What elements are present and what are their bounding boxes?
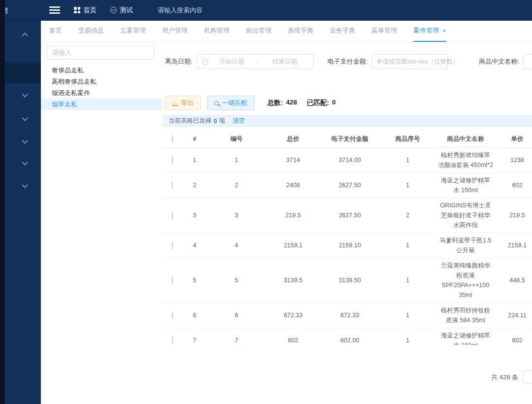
- row-checkbox[interactable]: [172, 181, 173, 189]
- cell-total: 2408: [266, 172, 320, 198]
- select-all-checkbox[interactable]: [172, 135, 173, 143]
- tree-item[interactable]: 奢侈品走私: [41, 65, 163, 76]
- column-header: 总价: [266, 131, 320, 147]
- matched-label: 已匹配:: [307, 99, 329, 107]
- row-checkbox-cell: [163, 198, 182, 233]
- cell-code: 1: [207, 147, 266, 172]
- tab-label: 岗位管理: [246, 26, 271, 35]
- tab-label: 立案管理: [120, 26, 146, 35]
- tab-label: 菜单管理: [371, 26, 397, 35]
- nav-item-test[interactable]: 测试: [110, 6, 133, 15]
- row-checkbox[interactable]: [172, 241, 173, 249]
- tab-交易信息[interactable]: 交易信息: [78, 20, 104, 42]
- cell-payment: 602.00: [320, 328, 379, 345]
- left-edge-strip: [0, 0, 5, 404]
- cell-unit-price: 2159.1: [495, 233, 532, 258]
- match-label: 一键匹配: [222, 99, 247, 107]
- row-checkbox[interactable]: [172, 337, 173, 344]
- nav-item-home[interactable]: 首页: [74, 6, 97, 15]
- tab-菜单管理[interactable]: 菜单管理: [371, 20, 397, 42]
- row-index: 1: [182, 147, 207, 172]
- tab-label: 案件管理: [413, 26, 439, 35]
- pagination-footer: 共 428 条: [163, 370, 532, 385]
- tree-item[interactable]: 高档奢侈品走私: [41, 76, 163, 87]
- table-row: 77602602.001海蓝之谜修护精萃水 150ml602: [163, 328, 532, 345]
- row-checkbox-cell: [163, 147, 182, 172]
- cell-unit-price: 448.5: [495, 258, 532, 303]
- one-click-match-button[interactable]: 一键匹配: [207, 96, 255, 110]
- tab-label: 交易信息: [78, 26, 104, 35]
- selection-bar: 当前表格已选择 0 项 清空: [163, 115, 532, 127]
- tabbar: 首页交易信息立案管理用户管理机构管理岗位管理系统字典业务字典菜单管理案件管理×: [41, 20, 532, 42]
- tab-岗位管理[interactable]: 岗位管理: [246, 20, 271, 42]
- cell-payment: 672.33: [320, 303, 379, 328]
- tree-item[interactable]: 烟草走私: [41, 99, 163, 110]
- row-checkbox[interactable]: [172, 211, 173, 219]
- column-header: 商品序号: [379, 131, 436, 147]
- cell-unit-price: 602: [495, 328, 532, 345]
- row-checkbox[interactable]: [172, 156, 173, 164]
- row-checkbox-cell: [163, 233, 182, 258]
- cell-total: 2159.1: [266, 233, 320, 258]
- chevron-down-icon[interactable]: [22, 137, 28, 144]
- tab-系统字典[interactable]: 系统字典: [288, 20, 313, 42]
- tree-search-input[interactable]: 请输入: [47, 46, 154, 60]
- tree-item[interactable]: 烟酒走私案件: [41, 87, 163, 99]
- row-checkbox[interactable]: [172, 276, 173, 284]
- clock-icon: [202, 59, 208, 65]
- content: 请输入 奢侈品走私高档奢侈品走私烟酒走私案件烟草走私 离岛日期: 开始日期 - …: [41, 42, 532, 404]
- date-filter-label: 离岛日期:: [165, 57, 193, 66]
- cell-code: 6: [207, 303, 266, 328]
- cell-seq: 1: [379, 233, 436, 258]
- tab-机构管理[interactable]: 机构管理: [204, 20, 230, 42]
- selection-prefix: 当前表格已选择: [168, 117, 212, 125]
- tab-用户管理[interactable]: 用户管理: [162, 20, 188, 42]
- tab-立案管理[interactable]: 立案管理: [120, 20, 146, 42]
- case-detail-panel: 离岛日期: 开始日期 - 结束日期 电子支付金额: 单值或范围xxx-xxx（仅…: [163, 42, 532, 404]
- tab-案件管理[interactable]: 案件管理×: [413, 20, 446, 42]
- tab-业务字典[interactable]: 业务字典: [330, 20, 355, 42]
- chevron-down-icon[interactable]: [22, 159, 28, 166]
- row-checkbox[interactable]: [172, 311, 173, 319]
- cell-product-name: 海蓝之谜修护精萃水 150ml: [436, 328, 495, 345]
- nav-home-label: 首页: [83, 6, 97, 15]
- chevron-down-icon[interactable]: [22, 182, 28, 188]
- date-separator: -: [255, 58, 261, 65]
- tab-label: 业务字典: [330, 26, 355, 35]
- global-search-input[interactable]: 请输入搜索内容: [158, 6, 202, 15]
- column-header: 商品中文名称: [436, 131, 495, 147]
- nav-test-label: 测试: [120, 6, 133, 15]
- match-stats: 总数: 428 已匹配: 0: [267, 99, 336, 107]
- date-end-input[interactable]: 结束日期: [261, 58, 308, 66]
- clear-selection-link[interactable]: 清空: [233, 117, 245, 125]
- column-header: 电子支付金额: [320, 131, 379, 147]
- column-header: #: [182, 131, 207, 147]
- row-index: 5: [182, 258, 207, 303]
- chevron-up-icon[interactable]: [22, 33, 28, 39]
- cell-payment: 2627.50: [320, 198, 379, 233]
- chevron-down-icon[interactable]: [22, 115, 28, 121]
- hamburger-menu-icon[interactable]: [49, 5, 60, 16]
- cell-product-name: ORIGINS韦博士灵芝焕能好度子精华水两件组: [436, 198, 495, 233]
- matched-value: 0: [332, 99, 336, 107]
- cell-seq: 1: [379, 328, 436, 345]
- cell-payment: 3714.00: [320, 147, 379, 172]
- product-name-input[interactable]: [523, 54, 532, 69]
- case-type-panel: 请输入 奢侈品走私高档奢侈品走私烟酒走私案件烟草走私: [41, 42, 163, 404]
- product-name-filter-label: 商品中文名称:: [479, 57, 519, 66]
- chevron-down-icon[interactable]: [22, 91, 28, 98]
- row-checkbox-cell: [163, 328, 182, 345]
- export-button[interactable]: 导出: [165, 96, 201, 110]
- date-range-picker[interactable]: 开始日期 - 结束日期: [197, 54, 314, 69]
- sidebar-active-item[interactable]: [5, 63, 41, 83]
- tab-首页[interactable]: 首页: [49, 20, 62, 42]
- row-checkbox-cell: [163, 258, 182, 303]
- pagination-page-button[interactable]: [523, 370, 532, 383]
- cell-unit-price: 602: [495, 172, 532, 198]
- tab-close-icon[interactable]: ×: [442, 27, 446, 34]
- table-row: 553139.53139.501兰蔻菁纯臻颜精华粉底液SPF20PA+++100…: [163, 258, 532, 303]
- payment-amount-input[interactable]: 单值或范围xxx-xxx（仅整数）: [371, 54, 448, 69]
- cell-total: 3714: [266, 147, 320, 172]
- cell-seq: 1: [379, 303, 436, 328]
- date-start-input[interactable]: 开始日期: [208, 58, 255, 66]
